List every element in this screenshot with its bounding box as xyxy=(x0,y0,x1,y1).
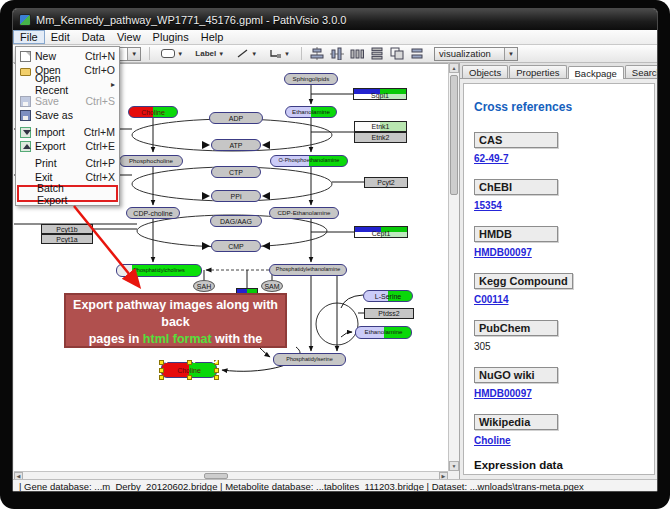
xref-link-kegg-compound[interactable]: C00114 xyxy=(474,294,654,305)
menu-item-open-recent[interactable]: Open Recent▸ xyxy=(17,77,118,91)
menu-edit[interactable]: Edit xyxy=(45,30,76,44)
xref-link-chebi[interactable]: 15354 xyxy=(474,200,654,211)
visualization-combobox[interactable]: visualization ▼ xyxy=(434,47,518,61)
chevron-down-icon: ▼ xyxy=(177,51,183,57)
menu-item-shortcut: Ctrl+E xyxy=(86,140,115,152)
selection-handle[interactable] xyxy=(159,368,164,373)
selection-handle[interactable] xyxy=(214,375,219,380)
node-phosphocholine[interactable]: Phosphocholine xyxy=(119,155,183,167)
node-pcyt1b[interactable]: Pcyt1b xyxy=(41,224,93,234)
scroll-up-icon[interactable]: ▲ xyxy=(449,63,459,73)
tab-objects[interactable]: Objects xyxy=(462,65,508,78)
menu-view[interactable]: View xyxy=(111,30,147,44)
node-label: Pcyt1a xyxy=(56,236,77,243)
menu-bar: FileEditDataViewPluginsHelp xyxy=(13,30,658,45)
blank-icon xyxy=(20,79,31,90)
menu-item-label: Save xyxy=(35,95,82,107)
node-sphingolipids[interactable]: Sphingolipids xyxy=(284,73,338,85)
menu-item-save-as[interactable]: Save as xyxy=(17,108,118,122)
node-atp[interactable]: ATP xyxy=(211,139,261,151)
xref-header-chebi: ChEBI xyxy=(474,179,558,195)
vertical-scrollbar[interactable]: ▲ ▼ xyxy=(448,63,459,471)
xref-link-cas[interactable]: 62-49-7 xyxy=(474,153,654,164)
node-ctp[interactable]: CTP xyxy=(211,166,261,178)
selection-handle[interactable] xyxy=(187,375,192,380)
xref-link-nugo-wiki[interactable]: HMDB00097 xyxy=(474,388,654,399)
xref-link-hmdb[interactable]: HMDB00097 xyxy=(474,247,654,258)
menu-item-label: Open Recent xyxy=(35,72,91,96)
scroll-down-icon[interactable]: ▼ xyxy=(449,461,459,471)
connector-icon xyxy=(269,48,282,59)
menu-item-export[interactable]: ExportCtrl+E xyxy=(17,139,118,153)
new-line-button[interactable]: ▼ xyxy=(233,46,260,61)
node-ethanolamine-top[interactable]: Ethanolamine xyxy=(285,106,337,118)
selection-handle[interactable] xyxy=(214,368,219,373)
node-sah[interactable]: SAH xyxy=(193,280,215,292)
expression-data-heading: Expression data xyxy=(474,459,654,471)
stack-icon[interactable] xyxy=(410,47,424,60)
menu-item-print[interactable]: PrintCtrl+P xyxy=(17,156,118,170)
chevron-down-icon: ▼ xyxy=(218,51,224,57)
node-label: PPi xyxy=(231,193,242,200)
node-label: Phosphatidylcholines xyxy=(133,268,185,274)
node-etnk2[interactable]: Etnk2 xyxy=(354,132,407,143)
submenu-arrow-icon: ▸ xyxy=(111,80,115,89)
menu-item-import[interactable]: ImportCtrl+M xyxy=(17,125,118,139)
selection-handle[interactable] xyxy=(159,375,164,380)
node-o-phosphoethanolamine[interactable]: O-Phosphoethanolamine xyxy=(270,155,348,167)
menu-item-shortcut: Ctrl+P xyxy=(86,157,115,169)
node-cmp[interactable]: CMP xyxy=(211,240,261,252)
node-pcyt2[interactable]: Pcyt2 xyxy=(364,177,408,188)
node-label: Etnk2 xyxy=(372,134,390,141)
new-icon xyxy=(20,51,31,62)
node-label: CTP xyxy=(229,169,243,176)
node-label: Phosphatidylethanolamine xyxy=(276,267,341,273)
tab-properties[interactable]: Properties xyxy=(509,65,566,78)
node-adp[interactable]: ADP xyxy=(209,112,263,124)
new-label-button[interactable]: Label ▼ xyxy=(192,47,227,60)
zoom-dropdown-icon[interactable]: ▼ xyxy=(127,48,140,60)
menu-file[interactable]: File xyxy=(13,30,45,44)
node-ppi[interactable]: PPi xyxy=(211,190,261,202)
node-ethanolamine-bottom[interactable]: Ethanolamine xyxy=(355,326,412,339)
node-choline-top[interactable]: Choline xyxy=(128,106,178,118)
align-center-x-icon[interactable] xyxy=(310,47,324,60)
menu-item-shortcut: Ctrl+N xyxy=(85,50,115,62)
node-cdp-choline[interactable]: CDP-choline xyxy=(126,207,180,219)
node-l-serine[interactable]: L-Serine xyxy=(363,290,413,302)
export-icon xyxy=(20,141,31,152)
tab-search[interactable]: Search xyxy=(625,65,658,78)
node-ptdss2[interactable]: Ptdss2 xyxy=(364,308,414,319)
tab-backpage[interactable]: Backpage xyxy=(568,66,624,79)
menu-plugins[interactable]: Plugins xyxy=(147,30,195,44)
side-panel: ObjectsPropertiesBackpageSearchLegend Cr… xyxy=(459,63,658,479)
align-center-y-icon[interactable] xyxy=(330,47,344,60)
node-label: CDP-Ethanolamine xyxy=(278,210,331,216)
menu-item-new[interactable]: NewCtrl+N xyxy=(17,49,118,63)
node-sgpl1[interactable]: Sgpl1 xyxy=(353,88,407,100)
node-cdp-ethanolamine[interactable]: CDP-Ethanolamine xyxy=(269,207,339,219)
node-phosphatidylethanolamine[interactable]: Phosphatidylethanolamine xyxy=(269,264,347,276)
node-etnk1[interactable]: Etnk1 xyxy=(354,121,407,132)
menu-help[interactable]: Help xyxy=(195,30,230,44)
common-size-icon[interactable] xyxy=(390,47,404,60)
node-cept1[interactable]: Cept1 xyxy=(354,226,408,238)
node-label: Choline xyxy=(141,109,165,116)
chevron-down-icon: ▼ xyxy=(251,51,257,57)
node-sam[interactable]: SAM xyxy=(261,280,283,292)
menu-data[interactable]: Data xyxy=(76,30,111,44)
menu-item-batch-export[interactable]: Batch Export xyxy=(17,185,118,202)
title-bar[interactable]: Mm_Kennedy_pathway_WP1771_45176.gpml - P… xyxy=(13,9,658,30)
node-pcyt1a[interactable]: Pcyt1a xyxy=(41,234,93,244)
blank-icon xyxy=(20,172,31,183)
datanode-icon xyxy=(161,49,175,58)
node-phosphatidylcholines[interactable]: Phosphatidylcholines xyxy=(116,264,202,277)
xref-link-wikipedia[interactable]: Choline xyxy=(474,435,654,446)
distribute-vertical-icon[interactable] xyxy=(370,47,384,60)
new-datanode-button[interactable]: ▼ xyxy=(158,47,186,60)
visualization-dropdown-icon[interactable]: ▼ xyxy=(504,48,517,60)
vertical-scroll-thumb[interactable] xyxy=(450,75,458,195)
distribute-horizontal-icon[interactable] xyxy=(350,47,364,60)
new-connector-button[interactable]: ▼ xyxy=(266,46,293,61)
node-dag-aag[interactable]: DAG/AAG xyxy=(210,215,262,227)
